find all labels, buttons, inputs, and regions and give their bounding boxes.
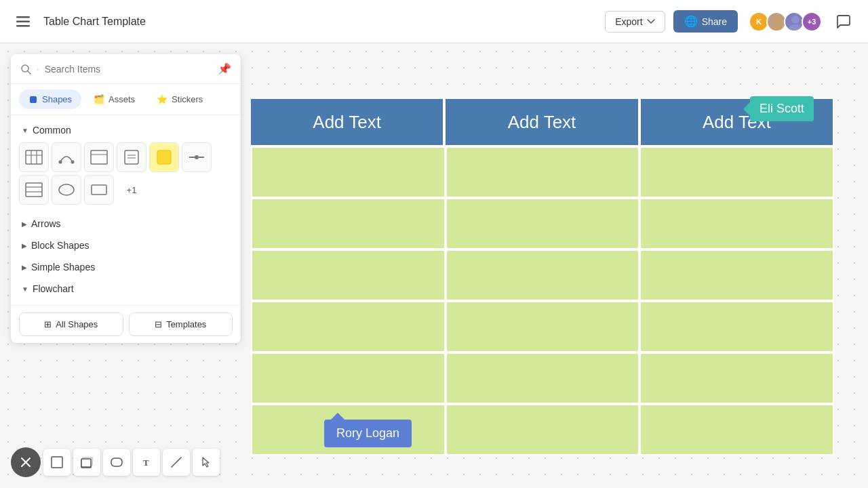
rect-tool-button[interactable] xyxy=(43,449,71,476)
table-body-row-5 xyxy=(251,352,834,404)
shape-more-button[interactable]: +1 xyxy=(117,175,146,205)
app-header: Table Chart Template Export 🌐 Share K +3 xyxy=(0,0,868,43)
shape-panel: ▼ Common xyxy=(11,115,241,305)
search-bar: · 📌 xyxy=(11,54,241,84)
rounded-rect-tool-button[interactable] xyxy=(103,449,130,476)
pin-icon[interactable]: 📌 xyxy=(218,62,231,75)
table-cell[interactable] xyxy=(251,198,446,249)
svg-rect-10 xyxy=(26,150,42,164)
table-cell[interactable] xyxy=(251,352,446,404)
svg-point-5 xyxy=(791,16,800,24)
left-panel: · 📌 Shapes 🗂️ Assets ⭐ Stickers xyxy=(11,54,241,343)
table-cell[interactable] xyxy=(639,352,834,404)
svg-line-37 xyxy=(172,458,181,467)
all-shapes-button[interactable]: ⊞ All Shapes xyxy=(19,312,123,336)
table-cell[interactable] xyxy=(639,146,834,198)
table-cell[interactable] xyxy=(446,352,640,404)
doc-title: Table Chart Template xyxy=(43,16,597,28)
block-shapes-arrow-icon: ▶ xyxy=(22,242,27,249)
table-cell[interactable] xyxy=(639,404,834,455)
svg-point-27 xyxy=(59,184,74,195)
bottom-toolbar: T xyxy=(11,447,220,477)
category-arrows[interactable]: ▶ Arrows xyxy=(19,213,233,235)
stack-rect-tool-button[interactable] xyxy=(73,449,100,476)
panel-footer: ⊞ All Shapes ⊟ Templates xyxy=(11,305,241,343)
svg-rect-2 xyxy=(16,25,30,27)
svg-rect-31 xyxy=(52,457,62,468)
category-common-header[interactable]: ▼ Common xyxy=(19,121,233,140)
shape-item-table[interactable] xyxy=(19,142,49,172)
svg-point-4 xyxy=(771,24,785,32)
text-tool-button[interactable]: T xyxy=(133,449,160,476)
table-cell[interactable] xyxy=(446,404,640,455)
svg-rect-28 xyxy=(92,185,106,195)
table-body-row-3 xyxy=(251,249,834,301)
chat-button[interactable] xyxy=(830,8,857,35)
main-area: Add Text Add Text Add Text xyxy=(0,43,868,488)
cursor-tool-button[interactable] xyxy=(193,449,220,476)
svg-rect-9 xyxy=(30,96,37,103)
shape-item-ellipse[interactable] xyxy=(52,175,81,205)
svg-rect-16 xyxy=(91,150,107,164)
shape-item-table2[interactable] xyxy=(19,175,49,205)
canvas-table: Add Text Add Text Add Text xyxy=(251,98,834,455)
export-button[interactable]: Export xyxy=(605,11,665,33)
svg-rect-21 xyxy=(157,150,171,164)
shape-item-note[interactable] xyxy=(117,142,146,172)
table-cell[interactable] xyxy=(639,301,834,352)
share-label: Share xyxy=(702,16,727,27)
table-cell[interactable] xyxy=(446,249,640,301)
table-cell[interactable] xyxy=(446,301,640,352)
common-arrow-icon: ▼ xyxy=(22,127,28,134)
all-shapes-icon: ⊞ xyxy=(44,319,52,329)
svg-rect-0 xyxy=(16,16,30,18)
shape-item-rect[interactable] xyxy=(84,175,114,205)
svg-rect-1 xyxy=(16,20,30,22)
templates-button[interactable]: ⊟ Templates xyxy=(129,312,233,336)
table-cell[interactable] xyxy=(639,249,834,301)
share-button[interactable]: 🌐 Share xyxy=(673,10,738,33)
star-icon: ⭐ xyxy=(157,94,167,104)
menu-button[interactable] xyxy=(11,9,35,34)
table-cell[interactable] xyxy=(446,198,640,249)
tab-stickers[interactable]: ⭐ Stickers xyxy=(147,89,212,109)
table-cell[interactable] xyxy=(446,146,640,198)
shape-item-connector[interactable] xyxy=(52,142,81,172)
rory-logan-tooltip: Rory Logan xyxy=(324,420,412,447)
shape-item-swimlane[interactable] xyxy=(84,142,114,172)
table-cell[interactable] xyxy=(251,249,446,301)
line-tool-button[interactable] xyxy=(163,449,190,476)
tab-assets[interactable]: 🗂️ Assets xyxy=(84,89,144,109)
eli-scott-tooltip: Eli Scott xyxy=(750,96,814,121)
svg-point-23 xyxy=(195,155,199,159)
close-button[interactable] xyxy=(11,447,41,477)
category-flowchart[interactable]: ▼ Flowchart xyxy=(19,278,233,300)
category-common: ▼ Common xyxy=(19,121,233,207)
svg-rect-18 xyxy=(125,150,138,164)
shape-item-divider[interactable] xyxy=(182,142,212,172)
flowchart-arrow-icon: ▼ xyxy=(22,285,28,293)
avatars-group: K +3 xyxy=(751,12,822,32)
table-body-row-4 xyxy=(251,301,834,352)
tab-shapes[interactable]: Shapes xyxy=(19,89,81,109)
avatar-overflow-count: +3 xyxy=(802,12,822,32)
svg-rect-35 xyxy=(111,458,122,466)
table-body-row-1 xyxy=(251,146,834,198)
svg-rect-34 xyxy=(81,459,91,467)
templates-icon: ⊟ xyxy=(155,319,162,329)
common-shapes-grid: +1 xyxy=(19,140,233,207)
category-block-shapes[interactable]: ▶ Block Shapes xyxy=(19,235,233,256)
table-cell[interactable] xyxy=(639,198,834,249)
svg-text:T: T xyxy=(143,458,149,468)
table-header-cell-1[interactable]: Add Text xyxy=(251,98,444,146)
table-header-cell-2[interactable]: Add Text xyxy=(444,98,639,146)
export-label: Export xyxy=(615,16,642,27)
svg-point-6 xyxy=(789,24,802,32)
svg-line-8 xyxy=(28,71,31,74)
table-cell[interactable] xyxy=(251,301,446,352)
category-simple-shapes[interactable]: ▶ Simple Shapes xyxy=(19,256,233,278)
table-cell[interactable] xyxy=(251,146,446,198)
search-input[interactable] xyxy=(45,64,212,75)
tabs-row: Shapes 🗂️ Assets ⭐ Stickers xyxy=(11,84,241,115)
shape-item-sticky-yellow[interactable] xyxy=(149,142,179,172)
